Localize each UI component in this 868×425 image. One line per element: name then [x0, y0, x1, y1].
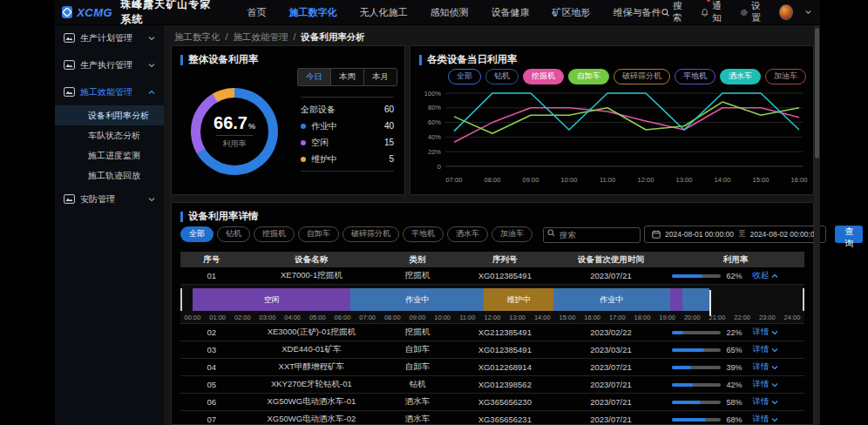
timeline-cursor[interactable]: [709, 290, 711, 316]
filter-pill-fueler[interactable]: 加油车: [765, 69, 806, 84]
timeline-tick: 16:00: [584, 314, 600, 321]
timeline-tick: 19:00: [659, 314, 675, 321]
column-header: 类别: [380, 254, 455, 266]
settings-button[interactable]: 设置: [740, 0, 767, 24]
tab-this-month[interactable]: 本月: [363, 69, 397, 85]
details-link[interactable]: 详情: [752, 361, 778, 373]
stat-row: 全部设备60: [301, 101, 394, 118]
filter-pill-all[interactable]: 全部: [448, 69, 481, 84]
details-link[interactable]: 详情: [752, 327, 778, 338]
module-icon: [64, 194, 75, 204]
sidebar-group-security-management[interactable]: 安防管理: [55, 186, 164, 212]
utilization-bar-fill: [672, 383, 693, 387]
logo-text: XCMG: [77, 6, 112, 19]
detail-filter-pill-all[interactable]: 全部: [180, 226, 214, 242]
cell-utilization: 68%详情: [667, 414, 804, 422]
donut-value: 66.7%: [214, 114, 255, 132]
settings-label: 设置: [751, 0, 767, 24]
cell-category: 挖掘机: [380, 270, 455, 281]
timeline-tick: 02:00: [234, 314, 251, 321]
breadcrumb-item[interactable]: 施工效能管理: [233, 31, 288, 44]
calendar-icon: [652, 230, 661, 239]
scrollbar-thumb[interactable]: [815, 28, 819, 159]
timeline-left-handle[interactable]: [180, 288, 182, 311]
notification-dot: [707, 0, 710, 2]
sidebar-item-construction-progress-monitor[interactable]: 施工进度监测: [55, 145, 164, 165]
chevron-down-icon: [771, 382, 778, 388]
detail-filter-pill-grader[interactable]: 平地机: [403, 226, 444, 242]
nav-item-home[interactable]: 首页: [248, 6, 267, 19]
details-link[interactable]: 详情: [752, 344, 778, 355]
cell-utilization: 58%详情: [667, 396, 804, 408]
cell-utilization: 39%详情: [667, 361, 804, 373]
stat-label: 全部设备: [301, 104, 384, 116]
detail-filter-pill-excavator[interactable]: 挖掘机: [254, 226, 295, 242]
table-row: 07XG50WG电动洒水车-02洒水车XG3656562312023/07/21…: [180, 411, 804, 422]
sidebar-item-fleet-status-analysis[interactable]: 车队状态分析: [55, 125, 164, 145]
svg-text:13:00: 13:00: [676, 176, 693, 184]
nav-item-maintenance-parts[interactable]: 维保与备件: [614, 6, 661, 19]
detail-filter-pill-dump-truck[interactable]: 自卸车: [298, 226, 339, 242]
link-label: 详情: [752, 379, 769, 390]
cell-first_use: 2023/03/21: [555, 345, 668, 354]
sidebar-item-construction-track-replay[interactable]: 施工轨迹回放: [55, 165, 164, 186]
detail-filter-pill-sprinkler[interactable]: 洒水车: [447, 226, 488, 242]
table-row: 06XG50WG电动洒水车-01洒水车XG3656562302023/07/21…: [180, 394, 804, 411]
timeline-right-handle[interactable]: [803, 288, 804, 311]
query-button[interactable]: 查询: [835, 226, 863, 243]
nav-item-unmanned-construction[interactable]: 无人化施工: [360, 6, 408, 19]
stat-row: 作业中40: [301, 118, 394, 134]
top-navbar: XCMG 珠峰露天矿山专家系统 首页施工数字化无人化施工感知侦测设备健康矿区地形…: [55, 0, 820, 25]
collapse-link[interactable]: 收起: [752, 270, 778, 281]
app-window: XCMG 珠峰露天矿山专家系统 首页施工数字化无人化施工感知侦测设备健康矿区地形…: [55, 0, 820, 425]
detail-filter-pill-fueler[interactable]: 加油车: [492, 226, 532, 242]
filter-pill-excavator[interactable]: 挖掘机: [523, 69, 564, 84]
filter-pill-crusher[interactable]: 破碎筛分机: [614, 69, 670, 84]
svg-text:14:00: 14:00: [715, 176, 731, 184]
chevron-down-icon[interactable]: [805, 10, 811, 15]
user-avatar[interactable]: [779, 4, 793, 20]
stat-value: 60: [384, 105, 394, 114]
sidebar-group-construction-efficiency[interactable]: 施工效能管理: [55, 78, 164, 105]
search-box: [543, 226, 641, 243]
detail-filter-pill-drill[interactable]: 钻机: [217, 226, 250, 242]
search-icon: [547, 229, 555, 237]
date-range-picker[interactable]: 2024-08-01 00:00:00 至 2024-08-02 00:00:0…: [644, 226, 826, 243]
detail-filter-pill-crusher[interactable]: 破碎筛分机: [342, 226, 399, 242]
details-link[interactable]: 详情: [752, 414, 778, 422]
timeline-tick: 00:00: [185, 314, 201, 321]
date-end: 2024-08-02 00:00:00: [749, 230, 818, 239]
filter-pill-dump-truck[interactable]: 自卸车: [568, 69, 609, 84]
sidebar-group-production-plan[interactable]: 生产计划管理: [55, 24, 164, 51]
details-link[interactable]: 详情: [752, 379, 778, 390]
filter-pill-sprinkler[interactable]: 洒水车: [720, 69, 761, 84]
notification-button[interactable]: 通知: [701, 0, 728, 24]
cell-first_use: 2023/07/21: [555, 397, 668, 407]
search-button[interactable]: 搜索: [661, 0, 688, 24]
stat-dot: [301, 124, 306, 129]
sidebar-group-production-execution[interactable]: 生产执行管理: [55, 51, 164, 78]
nav-item-mine-terrain[interactable]: 矿区地形: [553, 6, 591, 19]
breadcrumb-separator: /: [226, 31, 228, 44]
cell-name: XE3000(正铲)-01挖掘机: [243, 327, 381, 338]
filter-pill-grader[interactable]: 平地机: [675, 69, 715, 84]
utilization-percent: 42%: [726, 381, 747, 389]
utilization-bar-fill: [672, 348, 703, 352]
tab-this-week[interactable]: 本周: [330, 69, 363, 85]
cell-name: XKY270E牙轮钻机-01: [243, 379, 381, 390]
filter-pill-drill[interactable]: 钻机: [485, 69, 519, 84]
cell-name: XE7000-1挖掘机: [243, 270, 381, 281]
search-input[interactable]: [543, 227, 641, 243]
tab-today[interactable]: 今日: [298, 69, 330, 85]
nav-item-perception-detection[interactable]: 感知侦测: [431, 6, 469, 19]
nav-item-construction-digitalization[interactable]: 施工数字化: [289, 6, 337, 19]
chevron-up-icon: [148, 90, 155, 95]
table-body: 01XE7000-1挖掘机挖掘机XG0123854912023/07/2162%…: [180, 267, 804, 422]
sidebar-item-equipment-utilization-analysis[interactable]: 设备利用率分析: [55, 105, 164, 125]
table-row: 04XXT甲醇增程矿车自卸车XG0122689142023/07/2139%详情: [180, 359, 804, 376]
cell-category: 自卸车: [380, 361, 455, 373]
chevron-down-icon: [771, 400, 778, 405]
nav-item-equipment-health[interactable]: 设备健康: [492, 6, 530, 19]
details-link[interactable]: 详情: [752, 396, 778, 408]
breadcrumb-item[interactable]: 施工数字化: [174, 31, 220, 44]
